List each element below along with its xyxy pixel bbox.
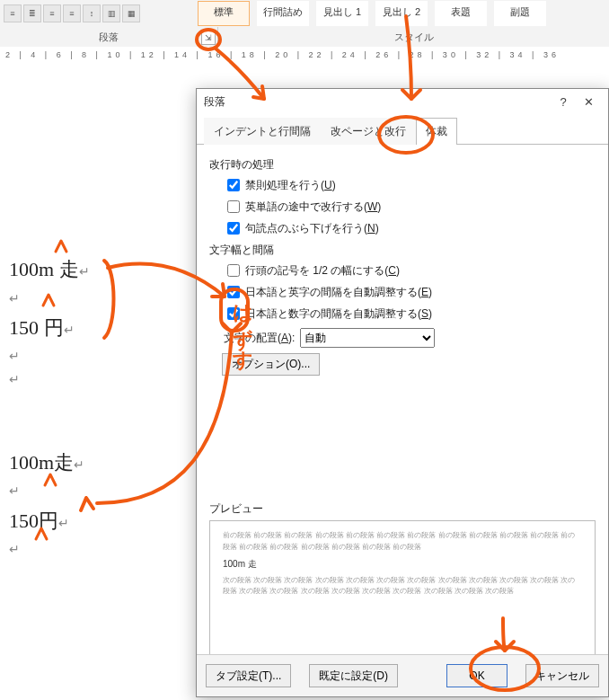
checkbox-label: 英単語の途中で改行する(W) [245,199,381,215]
button-label: タブ設定(T)... [216,669,281,682]
doc-line: 150円↵ [9,503,192,539]
preview-box: 前の段落 前の段落 前の段落 前の段落 前の段落 前の段落 前の段落 前の段落 … [209,520,596,654]
ruler[interactable]: 2 | 4 | 6 | 8 | 10 | 12 | 14 | 16 | 18 |… [0,47,609,64]
char-align-select[interactable]: 自動 [300,328,435,348]
checkbox-halfwidth-leading-input[interactable] [227,264,240,277]
tab-label: 体裁 [426,125,447,137]
button-label: キャンセル [535,669,589,682]
dialog-titlebar[interactable]: 段落 ? ✕ [197,89,608,114]
checkbox-jp-en-autospace-input[interactable] [227,286,240,298]
preview-sample-text: 100m 走 [223,557,582,572]
style-label: 表題 [451,6,471,17]
align-right-icon[interactable]: ≡ [43,4,61,22]
checkbox-break-english-word-input[interactable] [227,200,240,213]
paragraph-dialog: 段落 ? ✕ インデントと行間隔 改ページと改行 体裁 改行時の処理 禁則処理を… [196,88,609,697]
section-linebreak-label: 改行時の処理 [209,157,596,173]
dialog-tabs: インデントと行間隔 改ページと改行 体裁 [197,118,608,145]
options-button[interactable]: オプション(O)... [222,353,320,376]
dialog-body: 改行時の処理 禁則処理を行う(U) 英単語の途中で改行する(W) 句読点のぶら下… [197,145,608,654]
borders-icon[interactable]: ▦ [122,4,140,22]
preview-fill-after: 次の段落 次の段落 次の段落 次の段落 次の段落 次の段落 次の段落 次の段落 … [223,575,582,598]
style-heading1[interactable]: 見出し 1 [316,1,368,26]
doc-line: ↵ [9,345,192,368]
align-left-icon[interactable]: ≡ [4,4,22,22]
doc-line: 100m走↵ [9,445,192,481]
launcher-icon: ⇲ [205,33,212,42]
style-group: スタイル [218,27,609,47]
style-group-label: スタイル [394,31,434,44]
checkbox-hanging-punct-input[interactable] [227,222,240,235]
doc-line: ↵ [9,368,192,391]
ribbon-group-row: 段落 ⇲ スタイル [0,27,609,48]
button-label: OK [469,669,484,682]
help-button[interactable]: ? [551,95,576,109]
paragraph-mark-icon: ↵ [64,323,75,337]
doc-line: 100m 走↵ [9,252,192,288]
style-label: 見出し 1 [323,6,361,17]
preview-fill-before: 前の段落 前の段落 前の段落 前の段落 前の段落 前の段落 前の段落 前の段落 … [223,530,582,554]
checkbox-jp-num-autospace[interactable]: 日本語と数字の間隔を自動調整する(S) [224,305,596,323]
checkbox-label: 禁則処理を行う(U) [245,178,336,193]
document-page[interactable]: 100m 走↵ ↵ 150 円↵ ↵ ↵ 100m走↵ ↵ 150円↵ ↵ [4,81,192,700]
ok-button[interactable]: OK [446,664,508,687]
style-normal[interactable]: 標準 [198,1,250,26]
paragraph-mark-icon: ↵ [79,265,90,279]
checkbox-label: 日本語と数字の間隔を自動調整する(S) [245,306,432,322]
paragraph-dialog-launcher[interactable]: ⇲ [201,31,216,45]
section-spacing-label: 文字幅と間隔 [209,243,596,258]
doc-text: 150円 [9,509,58,532]
checkbox-kinsoku[interactable]: 禁則処理を行う(U) [224,176,596,194]
style-label: 見出し 2 [383,6,420,17]
tab-typography[interactable]: 体裁 [416,118,457,145]
style-title[interactable]: 表題 [435,1,487,26]
checkbox-jp-num-autospace-input[interactable] [227,307,240,320]
ruler-ticks: 2 | 4 | 6 | 8 | 10 | 12 | 14 | 16 | 18 |… [5,50,560,59]
shading-icon[interactable]: ▥ [102,4,120,22]
doc-text: 100m走 [9,451,74,474]
tab-pagebreak[interactable]: 改ページと改行 [321,118,416,145]
checkbox-label: 行頭の記号を 1/2 の幅にする(C) [245,263,400,279]
paragraph-mark-icon: ↵ [9,350,20,363]
checkbox-kinsoku-input[interactable] [227,179,240,191]
doc-line: ↵ [9,538,192,561]
checkbox-label: 日本語と英字の間隔を自動調整する(E) [245,285,432,300]
options-button-label: オプション(O)... [232,358,310,370]
paragraph-group-label: 段落 [99,31,119,44]
justify-icon[interactable]: ≡ [63,4,81,22]
checkbox-break-english-word[interactable]: 英単語の途中で改行する(W) [224,198,596,216]
paragraph-mark-icon: ↵ [74,458,84,472]
style-label: 標準 [214,6,234,17]
align-center-icon[interactable]: ≣ [23,4,41,22]
line-spacing-icon[interactable]: ↕ [83,4,101,22]
style-heading2[interactable]: 見出し 2 [375,1,428,26]
paragraph-mark-icon: ↵ [58,517,69,530]
doc-line: 150 円↵ [9,310,192,346]
checkbox-jp-en-autospace[interactable]: 日本語と英字の間隔を自動調整する(E) [224,283,596,301]
char-align-row: 文字の配置(A): 自動 [224,328,596,348]
style-nospacing[interactable]: 行間詰め [257,1,309,26]
paragraph-mark-icon: ↵ [9,543,20,556]
style-label: 行間詰め [263,6,303,17]
tab-indent-spacing[interactable]: インデントと行間隔 [204,118,321,145]
cancel-button[interactable]: キャンセル [525,664,599,687]
paragraph-mark-icon: ↵ [9,373,20,386]
doc-line: ↵ [9,288,192,310]
tab-settings-button[interactable]: タブ設定(T)... [206,664,291,687]
checkbox-halfwidth-leading[interactable]: 行頭の記号を 1/2 の幅にする(C) [224,261,596,279]
checkbox-hanging-punct[interactable]: 句読点のぶら下げを行う(N) [224,219,596,237]
paragraph-mark-icon: ↵ [9,484,20,498]
preview-label: プレビュー [209,501,596,517]
close-button[interactable]: ✕ [576,95,601,109]
doc-text: 150 円 [9,316,64,339]
dialog-title: 段落 [204,94,225,110]
set-default-button[interactable]: 既定に設定(D) [309,664,398,687]
style-subtitle[interactable]: 副題 [494,1,546,26]
style-label: 副題 [510,6,530,17]
style-gallery: 標準 行間詰め 見出し 1 見出し 2 表題 副題 [194,0,546,27]
doc-line: ↵ [9,480,192,502]
ribbon-top-row: ≡ ≣ ≡ ≡ ↕ ▥ ▦ 標準 行間詰め 見出し 1 見出し 2 表題 副題 [0,0,609,27]
dialog-footer: タブ設定(T)... 既定に設定(D) OK キャンセル [197,654,608,696]
paragraph-icons: ≡ ≣ ≡ ≡ ↕ ▥ ▦ [0,0,140,27]
tab-label: 改ページと改行 [331,125,406,137]
paragraph-mark-icon: ↵ [9,292,20,306]
